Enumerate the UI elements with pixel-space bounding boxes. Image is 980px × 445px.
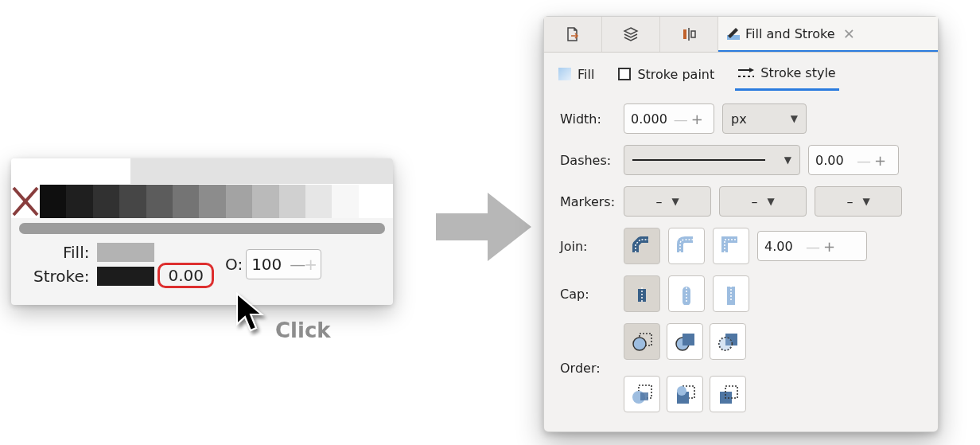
marker-none-icon: – <box>846 194 853 209</box>
width-stepper[interactable]: —+ <box>674 111 703 127</box>
dialog-toolbar: Fill and Stroke ✕ <box>544 17 938 53</box>
swatch[interactable] <box>146 185 173 218</box>
subtab-fill-label: Fill <box>578 67 594 82</box>
svg-rect-4 <box>691 31 695 37</box>
fill-and-stroke-tab[interactable]: Fill and Stroke ✕ <box>718 17 938 52</box>
join-bevel-button[interactable] <box>624 228 660 264</box>
order-label: Order: <box>560 361 624 376</box>
subtab-stroke-style[interactable]: Stroke style <box>735 61 838 91</box>
chevron-down-icon: ▼ <box>671 196 679 207</box>
marker-end-select[interactable]: – ▼ <box>815 186 902 217</box>
miter-limit-stepper[interactable]: —+ <box>806 238 835 255</box>
marker-mid-select[interactable]: – ▼ <box>719 186 807 217</box>
subtab-stroke-style-label: Stroke style <box>760 65 835 80</box>
subtab-bar: Fill Stroke paint Stroke style <box>544 53 938 91</box>
stroke-width-indicator[interactable]: 0.00 <box>158 263 214 288</box>
marker-start-select[interactable]: – ▼ <box>624 186 711 217</box>
dash-offset-stepper[interactable]: —+ <box>857 152 886 169</box>
palette-swatch-row <box>11 184 393 218</box>
order-option-2[interactable] <box>667 323 703 360</box>
tool-tab-2[interactable] <box>602 17 660 52</box>
width-unit-select[interactable]: px ▼ <box>722 103 807 134</box>
join-miter-button[interactable] <box>713 228 749 264</box>
order-option-5[interactable] <box>667 376 703 412</box>
fill-swatch[interactable] <box>97 243 154 262</box>
dashes-label: Dashes: <box>560 153 624 168</box>
dash-offset-spinbox[interactable]: 0.00 —+ <box>808 145 899 175</box>
subtab-fill[interactable]: Fill <box>555 62 597 90</box>
chevron-down-icon: ▼ <box>791 113 798 124</box>
cap-round-button[interactable] <box>668 275 705 312</box>
svg-point-26 <box>677 386 686 396</box>
dash-pattern-select[interactable]: ▼ <box>624 145 800 175</box>
swatch[interactable] <box>252 185 278 218</box>
palette-scrollbar[interactable] <box>19 223 385 234</box>
order-icon <box>717 330 739 353</box>
order-option-1[interactable] <box>624 323 660 360</box>
width-label: Width: <box>560 111 624 127</box>
cap-round-icon <box>675 283 698 305</box>
chevron-down-icon: ▼ <box>784 154 791 166</box>
swatch[interactable] <box>119 185 146 218</box>
svg-point-20 <box>719 338 732 350</box>
fill-label: Fill: <box>63 243 89 262</box>
cap-label: Cap: <box>560 287 624 302</box>
swatch[interactable] <box>305 185 332 218</box>
order-option-3[interactable] <box>710 323 746 360</box>
join-label: Join: <box>560 239 624 254</box>
order-icon <box>631 330 653 353</box>
fill-and-stroke-dialog: Fill and Stroke ✕ Fill Stroke paint <box>543 16 939 432</box>
cap-square-icon <box>720 283 742 305</box>
swatch[interactable] <box>359 185 393 218</box>
brush-icon <box>726 26 741 41</box>
click-annotation: Click <box>275 318 331 342</box>
cap-square-button[interactable] <box>713 275 749 312</box>
swatch[interactable] <box>66 185 92 218</box>
svg-rect-23 <box>640 392 648 400</box>
dialog-title: Fill and Stroke <box>745 26 835 41</box>
order-option-6[interactable] <box>710 376 746 412</box>
stroke-label: Stroke: <box>33 267 89 286</box>
stroke-paint-icon <box>618 68 631 80</box>
swatch[interactable] <box>40 185 66 218</box>
swatch[interactable] <box>173 185 199 218</box>
palette-scrollbar-thumb[interactable] <box>19 223 385 234</box>
swatch[interactable] <box>199 185 225 218</box>
opacity-spinbox[interactable]: 100 —+ <box>246 249 321 279</box>
marker-none-icon: – <box>655 194 662 209</box>
subtab-stroke-paint-label: Stroke paint <box>637 67 714 82</box>
chevron-down-icon: ▼ <box>862 196 869 207</box>
miter-limit-spinbox[interactable]: 4.00 —+ <box>757 231 867 261</box>
svg-point-15 <box>633 338 646 350</box>
no-color-swatch[interactable] <box>11 185 40 218</box>
cap-butt-icon <box>631 283 653 305</box>
opacity-stepper[interactable]: —+ <box>290 255 316 274</box>
subtab-stroke-paint[interactable]: Stroke paint <box>615 62 718 90</box>
svg-rect-2 <box>683 29 686 39</box>
markers-label: Markers: <box>560 194 624 209</box>
order-icon <box>674 383 696 405</box>
cap-butt-button[interactable] <box>624 275 660 312</box>
join-round-button[interactable] <box>668 228 705 264</box>
stroke-swatch[interactable] <box>97 267 154 286</box>
align-distribute-icon <box>681 26 697 42</box>
order-option-4[interactable] <box>624 376 660 412</box>
order-icon <box>631 383 653 405</box>
tool-tab-3[interactable] <box>660 17 718 52</box>
swatch[interactable] <box>332 185 358 218</box>
layers-icon <box>622 26 640 42</box>
palette-top-strip <box>11 158 393 184</box>
swatch[interactable] <box>226 185 252 218</box>
arrow-icon <box>432 183 535 273</box>
chevron-down-icon: ▼ <box>767 196 774 207</box>
width-value: 0.000 <box>631 111 667 127</box>
swatch[interactable] <box>93 185 119 218</box>
close-icon[interactable]: ✕ <box>840 25 855 42</box>
swatch[interactable] <box>279 185 305 218</box>
tool-tab-1[interactable] <box>544 17 602 52</box>
opacity-label: O: <box>225 255 243 274</box>
join-miter-icon <box>720 235 742 257</box>
opacity-value: 100 <box>251 255 282 274</box>
width-spinbox[interactable]: 0.000 —+ <box>624 103 714 134</box>
dash-preview-line <box>632 159 765 161</box>
